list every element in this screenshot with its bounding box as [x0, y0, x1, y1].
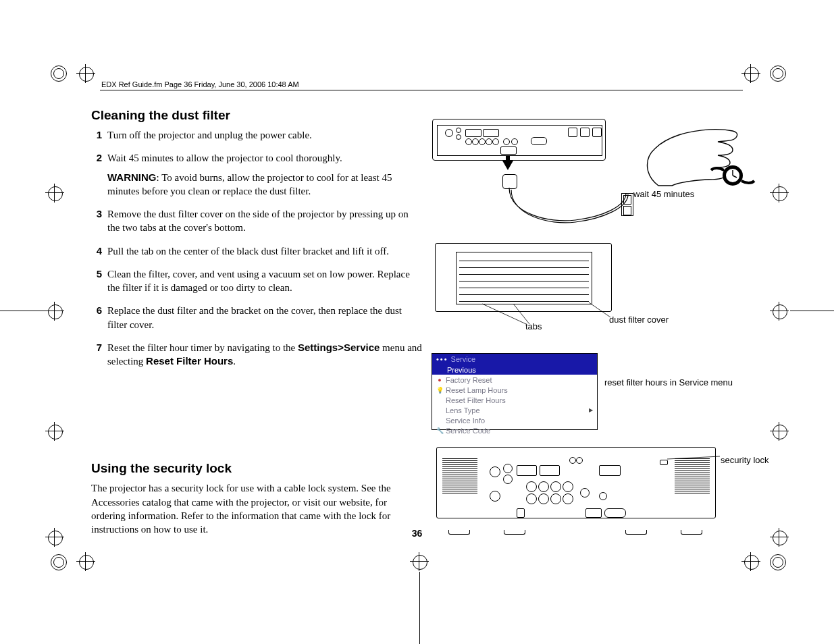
- figure-wait-hand: [631, 122, 787, 196]
- menu-item-factory-reset: ●Factory Reset: [432, 375, 597, 385]
- tabs-label: tabs: [525, 321, 542, 331]
- step-2: Wait 45 minutes to allow the projector t…: [91, 151, 422, 198]
- step-6: Replace the dust filter and the bracket …: [91, 304, 422, 331]
- wait-45-label: wait 45 minutes: [633, 189, 694, 199]
- step-3: Remove the dust filter cover on the side…: [91, 207, 422, 235]
- registration-dot-icon: [770, 65, 786, 82]
- security-lock-label: security lock: [721, 455, 769, 465]
- step-1: Turn off the projector and unplug the po…: [91, 128, 422, 142]
- section-title-security: Using the security lock: [91, 461, 422, 476]
- step-2-text: Wait 45 minutes to allow the projector t…: [107, 153, 342, 163]
- service-menu-title: Service: [451, 355, 476, 363]
- registration-dot-icon: [51, 65, 67, 82]
- svg-line-6: [589, 302, 610, 317]
- registration-mark-icon: [45, 302, 64, 321]
- header-rule: [100, 90, 743, 91]
- step-7: Reset the filter hour timer by navigatin…: [91, 341, 422, 369]
- registration-dot-icon: [51, 554, 67, 570]
- section-title-cleaning: Cleaning the dust filter: [91, 108, 422, 123]
- step-4: Pull the tab on the center of the black …: [91, 244, 422, 258]
- menu-item-reset-filter: Reset Filter Hours: [432, 395, 597, 405]
- registration-mark-icon: [45, 184, 64, 203]
- svg-line-4: [482, 304, 526, 324]
- arrow-down-icon: [502, 161, 513, 170]
- service-menu-title-bar: •••Service: [432, 354, 597, 365]
- menu-item-service-info: Service Info: [432, 415, 597, 425]
- menu-item-lens-type: Lens Type▶: [432, 405, 597, 415]
- projector-top-illustration: [432, 119, 606, 161]
- figure-security-lock: [436, 443, 714, 531]
- crop-line-icon: [419, 572, 420, 644]
- power-cord-illustration: [508, 186, 629, 227]
- registration-mark-icon: [410, 552, 429, 571]
- step-7-menu-path: Settings>Service: [298, 342, 380, 353]
- registration-mark-icon: [76, 64, 95, 83]
- step-7-part-a: Reset the filter hour timer by navigatin…: [107, 342, 298, 353]
- registration-mark-icon: [741, 552, 760, 571]
- text-column: Cleaning the dust filter Turn off the pr…: [91, 108, 422, 536]
- dust-filter-cover-label: dust filter cover: [609, 315, 669, 325]
- step-7-part-e: .: [233, 356, 236, 367]
- warning-label: WARNING: [107, 171, 157, 183]
- figure-unplug-projector: [432, 119, 621, 234]
- menu-item-reset-lamp: 💡Reset Lamp Hours: [432, 385, 597, 395]
- registration-mark-icon: [770, 302, 789, 321]
- manual-page: EDX Ref Guide.fm Page 36 Friday, June 30…: [0, 0, 834, 644]
- wall-outlet-icon: [621, 193, 633, 216]
- hand-watch-illustration: [631, 122, 766, 196]
- service-menu-caption: reset filter hours in Service menu: [604, 377, 733, 387]
- page-number: 36: [0, 528, 834, 539]
- chevron-right-icon: ▶: [589, 407, 593, 413]
- step-5: Clean the filter, cover, and vent using …: [91, 267, 422, 295]
- warning-block: WARNING: To avoid burns, allow the proje…: [107, 171, 422, 198]
- registration-mark-icon: [76, 552, 95, 571]
- step-7-menu-item: Reset Filter Hours: [146, 355, 233, 367]
- menu-item-previous: Previous: [432, 365, 597, 375]
- menu-item-service-code: 🔧Service Code: [432, 425, 597, 435]
- registration-mark-icon: [741, 64, 760, 83]
- vent-grille-icon: [442, 457, 477, 510]
- crop-line-icon: [790, 311, 834, 311]
- running-head: EDX Ref Guide.fm Page 36 Friday, June 30…: [101, 80, 299, 88]
- registration-mark-icon: [770, 422, 789, 441]
- steps-list: Turn off the projector and unplug the po…: [91, 128, 422, 368]
- crop-line-icon: [0, 311, 46, 311]
- section-security-lock: Using the security lock The projector ha…: [91, 461, 422, 536]
- service-menu-screenshot: •••Service Previous ●Factory Reset 💡Rese…: [432, 353, 598, 430]
- svg-line-7: [667, 456, 720, 459]
- registration-mark-icon: [45, 422, 64, 441]
- registration-dot-icon: [770, 554, 786, 570]
